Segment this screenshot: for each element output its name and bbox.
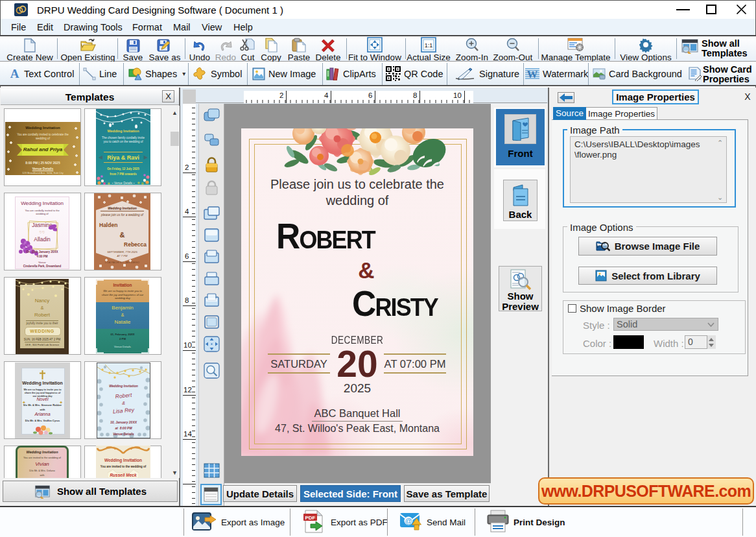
svg-text:PDF: PDF <box>305 515 316 521</box>
svg-text:@: @ <box>405 517 412 525</box>
svg-text:W: W <box>527 68 538 80</box>
svg-text:A: A <box>10 67 19 80</box>
svg-text:1:1: 1:1 <box>425 42 433 49</box>
